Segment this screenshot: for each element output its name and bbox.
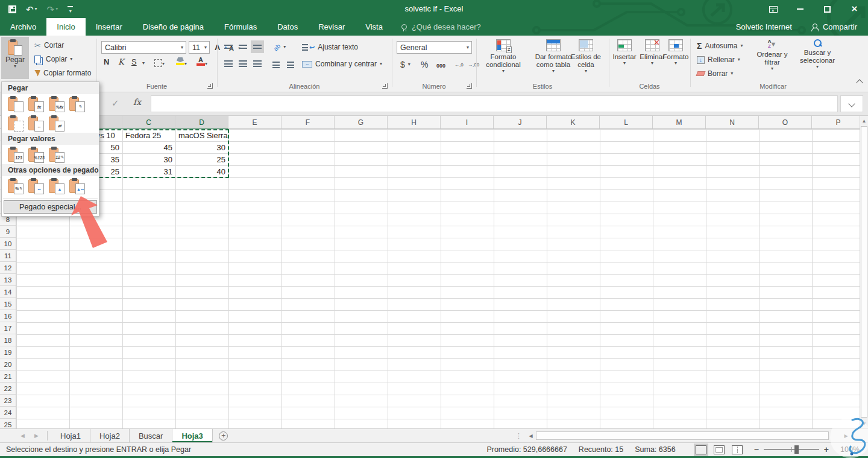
row-header-13[interactable]: 13 [0, 274, 16, 286]
sheet-tab-hoja3[interactable]: Hoja3 [172, 429, 212, 442]
collapse-ribbon-button[interactable] [857, 78, 862, 87]
page-break-view-button[interactable] [732, 445, 743, 454]
autosum-button[interactable]: Σ Autosuma ▾ [694, 39, 745, 52]
column-header-K[interactable]: K [547, 116, 600, 129]
increase-indent-button[interactable] [285, 58, 297, 71]
format-painter-button[interactable]: Copiar formato [32, 66, 93, 80]
normal-view-button[interactable] [696, 445, 706, 454]
maximize-button[interactable] [814, 0, 841, 18]
new-sheet-button[interactable]: + [213, 429, 234, 442]
row-header-18[interactable]: 18 [0, 334, 16, 346]
vertical-scroll-thumb[interactable] [861, 126, 867, 418]
account-name[interactable]: Solvetic Internet [736, 18, 804, 36]
font-size-combo[interactable]: 11 ▾ [189, 41, 210, 54]
row-header-9[interactable]: 9 [0, 226, 16, 238]
row-header-11[interactable]: 11 [0, 250, 16, 262]
number-dialog-launcher[interactable] [467, 83, 472, 89]
picture-icon[interactable]: ▲ [48, 178, 64, 194]
scroll-up-icon[interactable]: ▲ [860, 116, 868, 126]
align-bottom-button[interactable] [251, 40, 264, 53]
scroll-left-icon[interactable]: ◀ [526, 431, 536, 441]
paste-special-item[interactable]: Pegado especial... [4, 200, 97, 214]
zoom-out-button[interactable]: − [754, 445, 759, 454]
paste-transpose-icon[interactable]: ⇄ [48, 115, 64, 132]
number-format-caret-icon[interactable]: ▾ [465, 45, 470, 50]
ribbon-tab-dise-o-de-p-gina[interactable]: Diseño de página [133, 18, 214, 36]
column-header-D[interactable]: D [175, 116, 228, 129]
row-header-20[interactable]: 20 [0, 358, 16, 371]
decrease-indent-button[interactable] [270, 58, 282, 71]
fill-color-button[interactable]: ▾ [174, 57, 189, 71]
sheet-nav-left-button[interactable]: ◀ [16, 429, 30, 442]
sheet-tab-hoja2[interactable]: Hoja2 [90, 429, 130, 442]
zoom-level[interactable]: 100% [840, 445, 860, 454]
ribbon-tab-f-rmulas[interactable]: Fórmulas [214, 18, 267, 36]
paste-dropdown-icon[interactable]: ▾ [14, 64, 16, 69]
align-center-button[interactable] [236, 57, 250, 70]
row-header-17[interactable]: 17 [0, 322, 16, 334]
zoom-in-button[interactable]: + [824, 445, 829, 454]
row-header-21[interactable]: 21 [0, 371, 16, 383]
wrap-text-button[interactable]: ↩ Ajustar texto [300, 40, 360, 54]
row-header-24[interactable]: 24 [0, 407, 16, 419]
align-left-button[interactable] [222, 57, 235, 70]
align-right-button[interactable] [251, 57, 264, 70]
vertical-scrollbar[interactable]: ▲ ▼ [860, 116, 868, 428]
decrease-decimal-button[interactable]: →,00 [465, 59, 482, 72]
share-button[interactable]: Compartir [804, 18, 868, 36]
column-header-E[interactable]: E [228, 116, 281, 129]
comma-style-button[interactable]: 000 [434, 59, 448, 72]
percent-style-button[interactable]: % [418, 58, 430, 71]
paste-no-borders-icon[interactable] [7, 115, 24, 132]
values-icon[interactable]: 123 [7, 147, 24, 163]
align-top-button[interactable] [222, 40, 235, 53]
column-header-C[interactable]: C [122, 116, 175, 129]
row-header-19[interactable]: 19 [0, 346, 16, 358]
paste-icon[interactable] [7, 96, 24, 112]
clear-button[interactable]: Borrar ▾ [694, 67, 735, 80]
row-header-16[interactable]: 16 [0, 310, 16, 322]
sheet-tab-buscar[interactable]: Buscar [130, 429, 172, 442]
sort-filter-button[interactable]: AZ▼ Ordenar y filtrar ▾ [752, 37, 792, 80]
ribbon-tab-insertar[interactable]: Insertar [86, 18, 133, 36]
format-cells-button[interactable]: Formato ▾ [662, 37, 690, 80]
find-select-button[interactable]: Buscar y seleccionar ▾ [793, 37, 841, 80]
orientation-button[interactable]: ab▾ [271, 40, 288, 54]
paste-keep-source-format-icon[interactable]: ✎ [69, 96, 85, 112]
paste-button[interactable]: Pegar ▾ [1, 37, 29, 79]
merge-center-button[interactable]: ⇔ Combinar y centrar ▾ [300, 57, 385, 71]
scroll-right-icon[interactable]: ▶ [841, 431, 851, 441]
paste-formulas-icon[interactable]: fx [28, 96, 44, 112]
ribbon-tab-archivo[interactable]: Archivo [0, 18, 46, 36]
minimize-button[interactable] [787, 0, 814, 18]
horizontal-scroll-thumb[interactable] [536, 431, 829, 440]
currency-button[interactable]: $▾ [398, 58, 413, 71]
tell-me-box[interactable]: ¿Qué desea hacer? [393, 18, 489, 36]
sheet-tab-hoja1[interactable]: Hoja1 [51, 429, 90, 442]
insert-cells-button[interactable]: Insertar ▾ [611, 37, 638, 80]
values-source-format-icon[interactable]: 12✎ [48, 147, 64, 163]
font-dialog-launcher[interactable] [207, 83, 213, 89]
column-header-J[interactable]: J [494, 116, 547, 129]
copy-button[interactable]: Copiar ▾ [32, 52, 75, 66]
bold-button[interactable]: N [101, 57, 112, 71]
values-number-format-icon[interactable]: %123 [28, 147, 44, 163]
row-header-14[interactable]: 14 [0, 286, 16, 298]
column-header-H[interactable]: H [388, 116, 441, 129]
ribbon-tab-revisar[interactable]: Revisar [308, 18, 355, 36]
ribbon-tab-inicio[interactable]: Inicio [46, 18, 85, 36]
number-format-combo[interactable]: General ▾ [397, 41, 472, 54]
ribbon-display-options-button[interactable] [760, 0, 787, 18]
column-header-I[interactable]: I [441, 116, 494, 129]
conditional-formatting-button[interactable]: Formato condicional ▾ [480, 37, 526, 80]
ribbon-tab-datos[interactable]: Datos [267, 18, 308, 36]
row-header-25[interactable]: 25 [0, 419, 16, 428]
borders-button[interactable]: ▾ [152, 57, 167, 71]
column-header-O[interactable]: O [759, 116, 812, 129]
formula-bar-expand-button[interactable] [840, 95, 863, 112]
enter-check-icon[interactable]: ✓ [112, 98, 119, 109]
row-header-22[interactable]: 22 [0, 383, 16, 395]
underline-button[interactable]: S [129, 57, 139, 71]
insert-function-button[interactable]: fx [133, 97, 141, 107]
font-color-button[interactable]: A ▾ [194, 57, 210, 71]
